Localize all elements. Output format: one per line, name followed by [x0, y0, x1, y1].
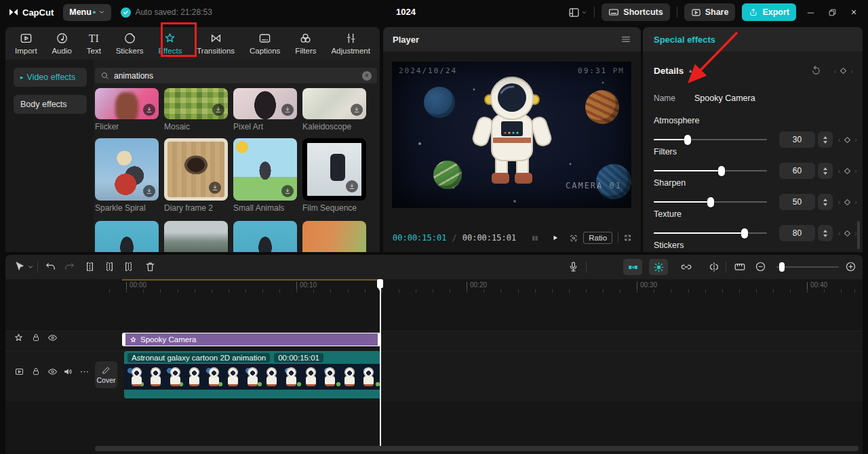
- lock-track-icon[interactable]: [31, 367, 41, 376]
- download-icon[interactable]: [209, 182, 221, 194]
- tab-text[interactable]: TI Text: [87, 32, 101, 55]
- keyframe-prev-icon[interactable]: ‹: [838, 136, 841, 144]
- close-button[interactable]: ×: [846, 7, 861, 18]
- effect-card[interactable]: Kaleidoscope: [302, 88, 366, 131]
- keyframe-next-icon[interactable]: ›: [850, 67, 853, 75]
- texture-value[interactable]: 80: [779, 225, 815, 241]
- split-icon[interactable]: [84, 261, 96, 272]
- effect-card[interactable]: Mosaic: [164, 88, 228, 131]
- effect-card[interactable]: Diary frame 2: [164, 138, 228, 213]
- effect-thumbnail[interactable]: [164, 88, 228, 119]
- atmosphere-slider[interactable]: [654, 135, 767, 144]
- slider-knob[interactable]: [684, 135, 691, 145]
- effect-thumbnail[interactable]: [302, 138, 366, 201]
- zoom-out-icon[interactable]: [755, 261, 766, 272]
- magnetic-snap-toggle[interactable]: [623, 259, 642, 275]
- focus-frame-icon[interactable]: [570, 232, 578, 244]
- category-body-effects[interactable]: Body effects: [14, 95, 87, 114]
- toggle-visibility-icon[interactable]: [47, 333, 58, 343]
- effect-card[interactable]: Small Animals: [233, 138, 297, 213]
- lock-track-icon[interactable]: [31, 333, 41, 342]
- search-input[interactable]: animations ×: [95, 68, 377, 83]
- texture-slider[interactable]: [654, 228, 767, 238]
- fullscreen-icon[interactable]: [624, 232, 631, 243]
- timeline-zoom-knob[interactable]: [779, 262, 785, 272]
- tab-stickers[interactable]: Stickers: [116, 32, 144, 55]
- effect-clip-spooky-camera[interactable]: Spooky Camera: [122, 333, 381, 346]
- timeline-scale-icon[interactable]: [734, 261, 746, 273]
- restore-button[interactable]: [825, 8, 840, 17]
- undo-icon[interactable]: [45, 261, 56, 272]
- effect-card[interactable]: [164, 221, 228, 252]
- split-adjust-icon[interactable]: [708, 261, 720, 273]
- auto-preview-toggle[interactable]: [649, 259, 668, 275]
- effect-thumbnail[interactable]: [95, 221, 159, 252]
- keyframe-diamond-icon[interactable]: [842, 166, 852, 176]
- filters-stepper[interactable]: [818, 163, 833, 179]
- layout-switcher-button[interactable]: [568, 7, 587, 18]
- tab-adjustment[interactable]: Adjustment: [331, 32, 370, 55]
- step-up-icon[interactable]: [823, 167, 827, 170]
- link-icon[interactable]: [680, 261, 692, 273]
- step-down-icon[interactable]: [823, 234, 827, 237]
- slider-knob[interactable]: [741, 228, 748, 239]
- shortcuts-button[interactable]: Shortcuts: [601, 3, 669, 21]
- step-down-icon[interactable]: [823, 172, 827, 175]
- effect-card[interactable]: [233, 221, 297, 252]
- keyframe-prev-icon[interactable]: ‹: [838, 167, 841, 175]
- filters-slider[interactable]: [654, 166, 767, 176]
- download-icon[interactable]: [212, 104, 224, 116]
- keyframe-diamond-icon[interactable]: [842, 228, 852, 239]
- menu-button[interactable]: Menu •: [63, 4, 111, 21]
- timeline-ruler[interactable]: 00:00 00:10 00:20 00:30 00:40: [5, 279, 863, 295]
- keyframe-prev-icon[interactable]: ‹: [838, 229, 841, 237]
- tab-transitions[interactable]: Transitions: [197, 32, 235, 55]
- download-icon[interactable]: [143, 185, 155, 197]
- toggle-visibility-icon[interactable]: [47, 367, 58, 377]
- timeline-zoom-slider[interactable]: [776, 266, 839, 268]
- keyframe-next-icon[interactable]: ›: [854, 198, 857, 206]
- delete-icon[interactable]: [144, 261, 156, 272]
- ratio-button[interactable]: Ratio: [583, 232, 612, 244]
- download-icon[interactable]: [351, 104, 363, 116]
- step-up-icon[interactable]: [823, 199, 827, 201]
- effect-thumbnail[interactable]: [164, 221, 228, 252]
- step-down-icon[interactable]: [823, 141, 827, 144]
- download-icon[interactable]: [281, 185, 294, 197]
- zoom-in-icon[interactable]: [845, 261, 856, 272]
- keyframe-prev-icon[interactable]: ‹: [834, 67, 837, 75]
- effect-thumbnail[interactable]: [302, 88, 366, 119]
- collapse-icon[interactable]: ▲: [688, 68, 693, 74]
- atmosphere-stepper[interactable]: [818, 131, 833, 148]
- download-icon[interactable]: [143, 104, 155, 116]
- playhead[interactable]: [377, 279, 383, 446]
- tab-import[interactable]: Import: [15, 32, 37, 55]
- category-video-effects[interactable]: ▸ Video effects: [14, 68, 87, 87]
- slider-knob[interactable]: [707, 197, 714, 207]
- effect-card[interactable]: Sparkle Spiral: [95, 138, 159, 213]
- select-tool-icon[interactable]: [14, 261, 25, 272]
- step-up-icon[interactable]: [823, 136, 827, 139]
- step-down-icon[interactable]: [823, 203, 827, 206]
- split-delete-left-icon[interactable]: [104, 261, 115, 272]
- keyframe-next-icon[interactable]: ›: [854, 167, 857, 175]
- tab-captions[interactable]: Captions: [250, 32, 280, 55]
- split-delete-right-icon[interactable]: [123, 261, 134, 272]
- effect-card[interactable]: Pixel Art: [233, 88, 297, 131]
- mute-track-icon[interactable]: [63, 367, 73, 377]
- effect-thumbnail[interactable]: [233, 88, 297, 119]
- sharpen-value[interactable]: 50: [779, 194, 815, 210]
- sharpen-stepper[interactable]: [818, 194, 833, 210]
- inspector-scrollbar[interactable]: [857, 221, 860, 249]
- effect-thumbnail[interactable]: [233, 221, 297, 252]
- edit-cover-button[interactable]: Cover: [95, 361, 117, 388]
- redo-icon[interactable]: [64, 261, 75, 272]
- record-voiceover-icon[interactable]: [568, 261, 579, 272]
- slider-knob[interactable]: [718, 166, 725, 176]
- keyframe-diamond-icon[interactable]: [838, 66, 848, 76]
- minimize-button[interactable]: [803, 8, 818, 17]
- download-icon[interactable]: [346, 180, 358, 192]
- clear-search-icon[interactable]: ×: [362, 71, 372, 81]
- download-icon[interactable]: [281, 104, 294, 116]
- effect-card[interactable]: [302, 221, 366, 252]
